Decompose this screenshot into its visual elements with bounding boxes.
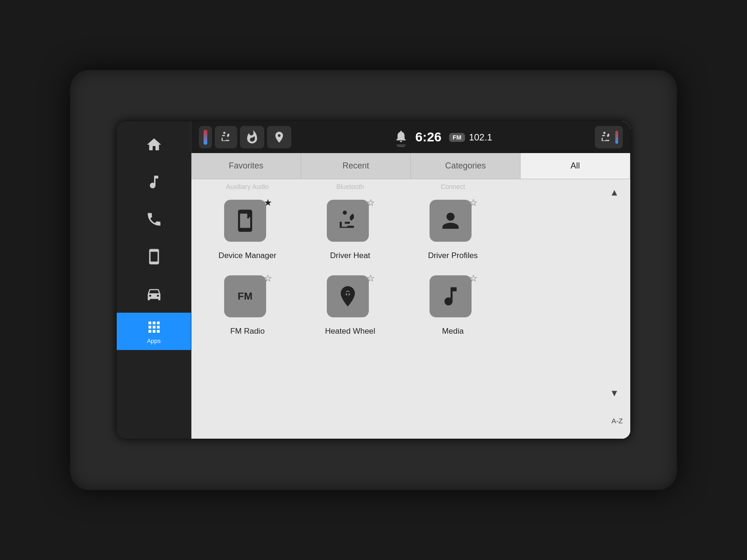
device-manager-icon-wrapper: ★ bbox=[224, 200, 271, 246]
media-svg bbox=[438, 284, 463, 308]
sidebar: Apps bbox=[117, 121, 191, 439]
device-manager-star[interactable]: ★ bbox=[261, 196, 275, 209]
music-icon bbox=[146, 174, 162, 190]
seat-icon bbox=[219, 131, 233, 144]
app-item-driver-profiles[interactable]: ☆ Driver Profiles bbox=[416, 200, 490, 260]
right-temp-bar bbox=[615, 131, 618, 144]
sidebar-item-vehicle[interactable] bbox=[117, 275, 191, 313]
apps-label: Apps bbox=[147, 337, 161, 344]
fm-radio-icon-wrapper: FM ☆ bbox=[224, 275, 271, 322]
temp-bar bbox=[204, 130, 207, 145]
fm-radio-star[interactable]: ☆ bbox=[261, 272, 275, 285]
apps-area: ▲ Auxiliary Audio Bluetooth Connect bbox=[191, 179, 630, 439]
app-item-device-manager[interactable]: ★ Device Manager bbox=[210, 200, 285, 260]
sidebar-item-apps[interactable]: Apps bbox=[117, 313, 191, 350]
faded-app-1: Auxiliary Audio bbox=[210, 183, 285, 190]
main-content: 6:26 FM 102.1 bbox=[191, 121, 630, 439]
svg-rect-0 bbox=[396, 145, 406, 146]
notification-lines bbox=[395, 144, 407, 147]
media-icon-wrapper: ☆ bbox=[430, 275, 476, 322]
status-right bbox=[595, 126, 623, 148]
home-icon bbox=[146, 136, 162, 153]
faded-app-2: Bluetooth bbox=[313, 183, 388, 190]
fm-badge: FM bbox=[449, 133, 465, 142]
heated-wheel-star[interactable]: ☆ bbox=[364, 272, 377, 285]
app-item-heated-wheel[interactable]: ☆ Heated Wheel bbox=[313, 275, 388, 336]
vehicle-icon bbox=[146, 286, 162, 302]
sidebar-item-device[interactable] bbox=[117, 238, 191, 275]
scroll-up-button[interactable]: ▲ bbox=[606, 184, 623, 201]
device-manager-svg bbox=[233, 209, 257, 233]
phone-icon bbox=[146, 211, 162, 228]
bell-widget[interactable] bbox=[394, 129, 408, 145]
fm-radio-label: FM Radio bbox=[230, 327, 265, 336]
faded-app-3: Connect bbox=[416, 183, 490, 190]
driver-profiles-icon bbox=[430, 200, 472, 242]
fm-radio-icon: FM bbox=[224, 275, 266, 317]
seat-heat-widget[interactable] bbox=[215, 126, 237, 148]
screen-bezel: Apps bbox=[117, 121, 630, 439]
app-item-driver-heat[interactable]: ☆ Driver Heat bbox=[313, 200, 388, 260]
apps-icon bbox=[146, 319, 162, 336]
heated-wheel-icon bbox=[327, 275, 369, 317]
tab-all[interactable]: All bbox=[521, 153, 630, 179]
scroll-down-button[interactable]: ▼ bbox=[606, 385, 623, 401]
fm-radio-text: FM bbox=[238, 290, 253, 302]
driver-profiles-icon-wrapper: ☆ bbox=[430, 200, 476, 246]
faded-apps-row: Auxiliary Audio Bluetooth Connect bbox=[191, 179, 630, 192]
driver-profiles-svg bbox=[438, 209, 463, 233]
apps-row-1: ★ Device Manager bbox=[191, 192, 630, 268]
passenger-seat-icon bbox=[599, 131, 613, 144]
radio-frequency: 102.1 bbox=[469, 132, 492, 143]
media-icon bbox=[430, 275, 472, 317]
device-manager-icon bbox=[224, 200, 266, 242]
svg-rect-1 bbox=[397, 146, 405, 147]
media-star[interactable]: ☆ bbox=[467, 272, 480, 285]
tab-recent[interactable]: Recent bbox=[301, 153, 411, 179]
status-bar: 6:26 FM 102.1 bbox=[191, 121, 630, 153]
driver-profiles-label: Driver Profiles bbox=[428, 251, 478, 260]
device-manager-label: Device Manager bbox=[218, 251, 276, 260]
driver-heat-star[interactable]: ☆ bbox=[364, 196, 377, 209]
heat-flame-widget[interactable] bbox=[240, 126, 264, 148]
driver-heat-label: Driver Heat bbox=[330, 251, 370, 260]
car-frame: Apps bbox=[70, 70, 677, 490]
smartphone-icon bbox=[146, 248, 162, 265]
media-label: Media bbox=[442, 327, 464, 336]
apps-row-2: FM ☆ FM Radio bbox=[191, 268, 630, 343]
sidebar-item-music[interactable] bbox=[117, 163, 191, 201]
sidebar-item-phone[interactable] bbox=[117, 201, 191, 238]
status-center: 6:26 FM 102.1 bbox=[394, 129, 493, 145]
status-left bbox=[199, 126, 291, 148]
az-label: A-Z bbox=[612, 417, 623, 425]
app-item-fm-radio[interactable]: FM ☆ FM Radio bbox=[210, 275, 285, 336]
app-item-media[interactable]: ☆ Media bbox=[416, 275, 490, 336]
driver-heat-icon-wrapper: ☆ bbox=[327, 200, 374, 246]
time-display: 6:26 bbox=[416, 130, 442, 145]
driver-heat-icon bbox=[327, 200, 369, 242]
right-seat-widget[interactable] bbox=[595, 126, 623, 148]
bell-icon bbox=[394, 129, 408, 143]
radio-widget[interactable]: FM 102.1 bbox=[449, 132, 493, 143]
flame-icon bbox=[245, 130, 260, 145]
temp-widget[interactable] bbox=[199, 126, 212, 148]
driver-heat-svg bbox=[336, 209, 360, 233]
heated-wheel-label: Heated Wheel bbox=[325, 327, 375, 336]
tabs-bar: Favorites Recent Categories All bbox=[191, 153, 630, 179]
nav-widget[interactable] bbox=[267, 126, 291, 148]
driver-profiles-star[interactable]: ☆ bbox=[467, 196, 480, 209]
heated-wheel-icon-wrapper: ☆ bbox=[327, 275, 374, 322]
nav-icon bbox=[273, 131, 286, 144]
sidebar-item-home[interactable] bbox=[117, 126, 191, 163]
tab-categories[interactable]: Categories bbox=[411, 153, 521, 179]
tab-favorites[interactable]: Favorites bbox=[191, 153, 301, 179]
heated-wheel-svg bbox=[336, 284, 360, 308]
